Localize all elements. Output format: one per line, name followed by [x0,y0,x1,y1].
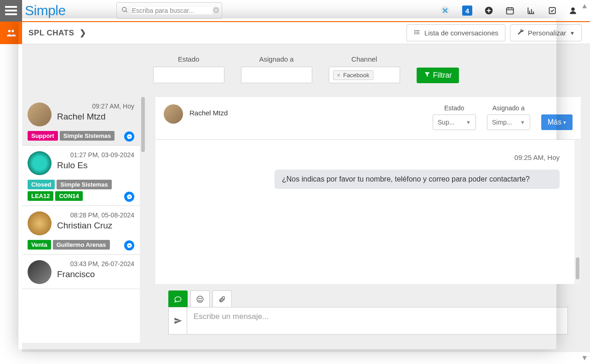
search-icon [121,6,128,15]
conversation-item[interactable]: 03:43 PM, 26-07-2024 Francisco [22,255,140,289]
svg-point-25 [415,34,415,34]
page-scroll-up-icon[interactable]: ▲ [581,2,588,10]
conversation-item[interactable]: 01:27 PM, 03-09-2024 Rulo Es ClosedSimpl… [22,146,140,206]
global-search[interactable] [116,2,222,19]
module-title-text: SPL CHATS [29,28,74,37]
search-dropdown-icon[interactable] [212,6,220,15]
contact-name[interactable]: Rachel Mtzd [189,104,228,117]
caret-down-icon: ▼ [570,30,575,36]
chat-estado-select[interactable]: Sup... ▼ [433,114,476,130]
search-input[interactable] [132,7,212,14]
conversation-avatar [28,151,52,175]
hamburger-icon [5,6,17,15]
chat-header: Rachel Mtzd Estado Sup... ▼ Asignado a [155,97,581,140]
conversation-name: Francisco [57,269,134,279]
conversation-name: Rulo Es [57,160,134,171]
conversation-tag: Closed [28,180,55,189]
chat-asignado-value: Simp... [492,119,512,126]
add-icon[interactable] [484,6,493,15]
filter-estado-input[interactable] [153,67,224,83]
chevron-right-icon: ❯ [80,28,86,37]
conversation-tag: Venta [28,240,51,250]
list-icon [413,29,421,37]
conversation-name: Rachel Mtzd [57,112,134,122]
chat-estado-value: Sup... [438,119,455,126]
filter-asignado-label: Asignado a [259,55,294,63]
caret-down-icon: ▾ [563,119,566,125]
filter-icon [424,71,430,80]
more-button[interactable]: Más ▾ [541,114,573,130]
app-icon-x[interactable] [440,6,450,16]
chat-asignado-label: Asignado a [493,104,525,112]
wrench-icon [517,28,524,37]
svg-point-27 [199,298,200,299]
svg-point-24 [415,32,415,32]
composer-tab-message[interactable] [168,290,188,307]
module-title[interactable]: SPL CHATS ❯ [29,28,86,38]
filter-button[interactable]: Filtrar [417,68,459,83]
app-logo[interactable]: Simple [25,3,66,18]
conversation-list-scrollbar[interactable] [140,97,146,343]
messenger-icon [124,192,134,202]
filter-estado-label: Estado [178,55,200,63]
svg-line-1 [126,11,127,12]
conversation-avatar [28,260,52,284]
svg-rect-7 [507,8,514,14]
contact-avatar[interactable] [164,104,183,124]
composer-tab-attachment[interactable] [212,290,232,307]
svg-point-2 [213,7,219,13]
conversation-avatar [28,102,52,126]
chart-icon[interactable] [527,6,536,15]
conversation-tags: VentaGuillermo Arenas [28,240,134,250]
page-scroll-down-icon[interactable]: ▼ [581,354,588,362]
conversation-tag: CON14 [55,191,82,201]
filter-channel-tag[interactable]: × Facebook [333,70,374,80]
filter-asignado-input[interactable] [241,67,312,83]
messenger-icon [124,240,134,250]
app-icon-four[interactable]: 4 [462,6,472,16]
more-button-label: Más [548,118,561,126]
module-icon[interactable] [0,22,22,44]
conversation-time: 03:43 PM, 26-07-2024 [57,260,134,267]
messenger-icon [124,131,134,142]
filter-button-label: Filtrar [433,71,452,80]
conversations-list-button[interactable]: Lista de conversaciones [407,24,505,41]
filter-bar: Estado Asignado a Channel × Facebook [153,44,459,97]
chat-asignado-select[interactable]: Simp... ▼ [487,114,530,130]
send-button[interactable] [168,307,187,335]
calendar-icon[interactable] [505,6,515,15]
user-icon[interactable] [569,6,577,15]
svg-point-26 [197,296,203,302]
conversation-name: Christian Cruz [57,221,134,231]
conversation-tag: Support [28,131,58,141]
message-timestamp: 09:25 AM, Hoy [168,154,560,161]
conversation-list: 09:27 AM, Hoy Rachel Mtzd SupportSimple … [22,97,140,343]
messages-scrollbar[interactable] [574,140,581,284]
tasks-icon[interactable] [548,6,557,15]
conversation-item[interactable]: 08:28 PM, 05-08-2024 Christian Cruz Vent… [22,206,140,255]
tag-remove-icon[interactable]: × [337,72,341,79]
conversation-tags: SupportSimple Sistemas [28,131,134,141]
main-menu-button[interactable] [0,0,22,22]
message-input[interactable] [187,307,568,335]
svg-point-23 [415,30,415,31]
chevron-down-icon: ▼ [466,119,471,125]
conversation-time: 09:27 AM, Hoy [57,102,134,110]
conversation-time: 01:27 PM, 03-09-2024 [57,151,134,159]
message-bubble: ¿Nos indicas por favor tu nombre, teléfo… [275,170,560,189]
chat-estado-label: Estado [444,104,464,112]
conversation-avatar [28,211,52,235]
composer-tab-emoji[interactable] [190,290,210,307]
svg-point-28 [201,298,202,299]
conversation-tag: Simple Sistemas [57,180,111,189]
svg-point-19 [11,29,14,32]
svg-point-17 [571,7,575,11]
conversation-time: 08:28 PM, 05-08-2024 [57,211,134,219]
conversation-tag: Guillermo Arenas [53,240,110,250]
customize-button[interactable]: Personalizar ▼ [510,24,582,41]
chevron-down-icon: ▼ [520,119,525,125]
conversation-item[interactable]: 09:27 AM, Hoy Rachel Mtzd SupportSimple … [22,97,140,146]
filter-channel-input[interactable]: × Facebook [329,67,400,83]
composer [155,284,581,343]
conversation-tag: LEA12 [28,191,53,201]
